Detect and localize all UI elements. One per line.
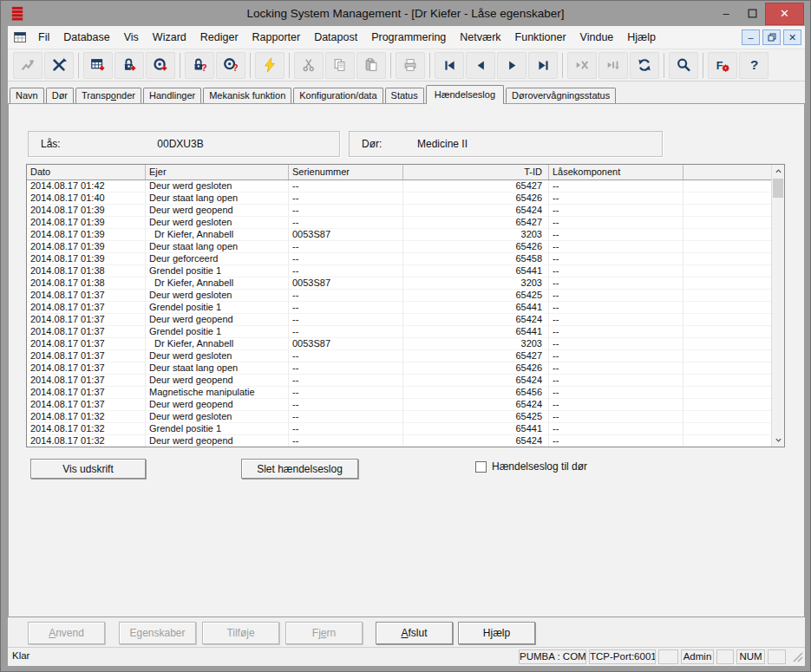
toolbar: ? ? [8, 49, 805, 82]
menu-item[interactable]: Rediger [193, 26, 245, 49]
show-printout-button[interactable]: Vis udskrift [30, 459, 146, 479]
read-transponder-button[interactable]: ? [216, 52, 245, 79]
tab[interactable]: Konfiguration/data [293, 88, 383, 103]
menu-item[interactable]: Wizard [146, 26, 193, 49]
mdi-close-button[interactable]: ✕ [783, 29, 801, 45]
program-button[interactable] [255, 52, 285, 79]
minimize-button[interactable]: – [713, 3, 739, 24]
tab[interactable]: Dør [46, 88, 74, 103]
column-header-tid[interactable]: T-ID [403, 165, 549, 179]
cancel-record-button[interactable] [567, 52, 597, 79]
previous-record-button[interactable] [466, 52, 495, 79]
program-icon [262, 57, 278, 73]
menu-item[interactable]: Fil [31, 26, 56, 49]
functions-button[interactable]: F [708, 52, 737, 79]
vertical-scrollbar[interactable] [771, 165, 784, 447]
dialog-button-label: Fjern [312, 627, 336, 639]
dialog-button-label: Afslut [401, 627, 427, 639]
menu-item[interactable]: Programmering [364, 26, 453, 49]
dialog-button[interactable]: Afslut [376, 622, 453, 644]
copy-button[interactable] [325, 52, 355, 79]
mdi-minimize-button[interactable]: – [742, 29, 760, 45]
cut-button[interactable] [294, 52, 324, 79]
menu-item[interactable]: Rapporter [245, 26, 308, 49]
delete-event-log-button[interactable]: Slet hændelseslog [241, 459, 358, 479]
close-button[interactable]: ✕ [765, 3, 804, 25]
column-header-dato[interactable]: Dato [27, 165, 146, 179]
event-log-to-door-checkbox[interactable] [475, 461, 487, 473]
tab[interactable]: Dørovervågningsstatus [506, 88, 616, 103]
table-row[interactable]: 2014.08.17 01:37 Deur werd gesloten -- 6… [27, 350, 771, 362]
resize-grip[interactable] [791, 650, 803, 664]
table-row[interactable]: 2014.08.17 01:37 Deur werd geopend -- 65… [27, 314, 771, 326]
table-row[interactable]: 2014.08.17 01:38 Grendel positie 1 -- 65… [27, 265, 771, 277]
search-button[interactable] [669, 52, 698, 79]
scrollbar-up-button[interactable] [772, 165, 784, 178]
dialog-button[interactable]: Fjern [285, 622, 363, 644]
last-record-button[interactable] [528, 52, 558, 79]
table-row[interactable]: 2014.08.17 01:39 Dr Kiefer, Annabell 005… [27, 229, 771, 241]
scrollbar-down-button[interactable] [772, 434, 784, 447]
tab[interactable]: Transponder [75, 88, 141, 103]
print-button[interactable] [396, 52, 425, 79]
table-row[interactable]: 2014.08.17 01:40 Deur staat lang open --… [27, 192, 771, 205]
mdi-document-icon[interactable] [13, 30, 28, 45]
cell-dato: 2014.08.17 01:37 [27, 290, 146, 302]
menu-item[interactable]: Datapost [307, 26, 364, 49]
tab[interactable]: Mekanisk funktion [203, 88, 291, 103]
post-record-button[interactable] [598, 52, 628, 79]
column-header-serienummer[interactable]: Serienummer [289, 165, 403, 179]
new-locking-system-button[interactable] [83, 52, 113, 79]
column-header-ejer[interactable]: Ejer [146, 165, 289, 179]
menu-item[interactable]: Netværk [453, 26, 507, 49]
dialog-button[interactable]: Hjælp [458, 622, 535, 644]
column-header-laasekomponent[interactable]: Låsekomponent [549, 165, 683, 179]
menu-item[interactable]: Vis [117, 26, 146, 49]
first-record-button[interactable] [435, 52, 464, 79]
table-row[interactable]: 2014.08.17 01:37 Deur werd geopend -- 65… [27, 375, 771, 387]
tab[interactable]: Status [385, 88, 424, 103]
dialog-button[interactable]: Egenskaber [119, 622, 196, 644]
disconnect-button[interactable] [44, 52, 74, 79]
table-row[interactable]: 2014.08.17 01:37 Deur staat lang open --… [27, 362, 771, 375]
tab[interactable]: Navn [10, 88, 44, 103]
connect-button[interactable] [13, 52, 43, 79]
read-lock-button[interactable]: ? [185, 52, 214, 79]
table-row[interactable]: 2014.08.17 01:39 Deur geforceerd -- 6545… [27, 253, 771, 265]
table-row[interactable]: 2014.08.17 01:38 Dr Kiefer, Annabell 005… [27, 277, 771, 290]
table-row[interactable]: 2014.08.17 01:37 Magnetische manipulatie… [27, 387, 771, 399]
mdi-restore-button[interactable] [762, 29, 781, 45]
menu-item[interactable]: Vindue [573, 26, 621, 49]
next-record-button[interactable] [497, 52, 526, 79]
title-bar[interactable]: Locking System Management - [Dr Kiefer -… [1, 1, 810, 26]
table-row[interactable]: 2014.08.17 01:42 Deur werd gesloten -- 6… [27, 180, 771, 192]
column-header-empty[interactable] [683, 165, 771, 179]
table-row[interactable]: 2014.08.17 01:37 Dr Kiefer, Annabell 005… [27, 338, 771, 350]
table-row[interactable]: 2014.08.17 01:37 Deur werd gesloten -- 6… [27, 290, 771, 302]
table-row[interactable]: 2014.08.17 01:37 Grendel positie 1 -- 65… [27, 326, 771, 338]
paste-button[interactable] [356, 52, 386, 79]
maximize-button[interactable] [739, 3, 765, 24]
table-row[interactable]: 2014.08.17 01:39 Deur werd geopend -- 65… [27, 205, 771, 217]
dialog-button[interactable]: Tilføje [202, 622, 279, 644]
menu-item[interactable]: Hjælp [620, 26, 663, 49]
table-row[interactable]: 2014.08.17 01:39 Deur werd gesloten -- 6… [27, 217, 771, 229]
menu-item[interactable]: Funktioner [508, 26, 573, 49]
refresh-button[interactable] [630, 52, 659, 79]
table-row[interactable]: 2014.08.17 01:32 Grendel positie 1 -- 65… [27, 423, 771, 435]
tab[interactable]: Handlinger [143, 88, 201, 103]
help-button[interactable]: ? [739, 52, 768, 79]
table-row[interactable]: 2014.08.17 01:32 Deur werd geopend -- 65… [27, 435, 771, 447]
table-row[interactable]: 2014.08.17 01:37 Deur werd geopend -- 65… [27, 399, 771, 411]
scrollbar-thumb[interactable] [773, 179, 783, 198]
new-lock-button[interactable] [114, 52, 144, 79]
cell-tid: 65424 [403, 435, 549, 447]
table-row[interactable]: 2014.08.17 01:32 Deur werd gesloten -- 6… [27, 411, 771, 423]
table-row[interactable]: 2014.08.17 01:39 Deur staat lang open --… [27, 241, 771, 253]
tab[interactable]: Hændelseslog [426, 85, 504, 104]
cell-dato: 2014.08.17 01:37 [27, 302, 146, 314]
dialog-button[interactable]: Anvend [28, 622, 105, 644]
menu-item[interactable]: Database [56, 26, 117, 49]
new-transponder-button[interactable] [146, 52, 175, 79]
table-row[interactable]: 2014.08.17 01:37 Grendel positie 1 -- 65… [27, 302, 771, 314]
